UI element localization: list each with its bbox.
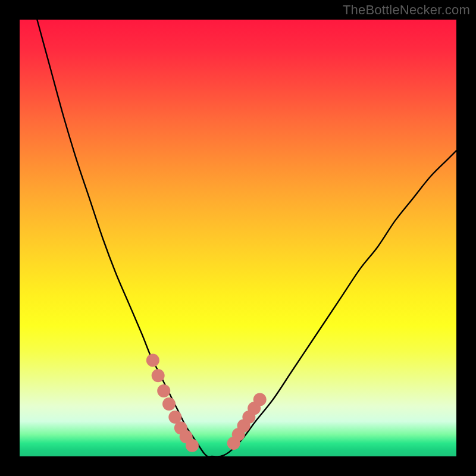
highlight-dots-right bbox=[227, 393, 267, 450]
chart-frame: TheBottleNecker.com bbox=[0, 0, 476, 476]
bottleneck-curve-path bbox=[37, 20, 456, 457]
highlight-dots-left bbox=[146, 354, 199, 452]
highlight-dot bbox=[157, 384, 170, 397]
highlight-dot bbox=[146, 354, 159, 367]
highlight-dot bbox=[162, 397, 176, 411]
plot-area bbox=[20, 20, 456, 456]
watermark-label: TheBottleNecker.com bbox=[343, 2, 470, 18]
highlight-dot bbox=[253, 393, 267, 406]
main-curve bbox=[37, 20, 456, 457]
curve-layer bbox=[20, 20, 456, 456]
highlight-dot bbox=[152, 369, 165, 382]
highlight-dot bbox=[186, 439, 199, 452]
